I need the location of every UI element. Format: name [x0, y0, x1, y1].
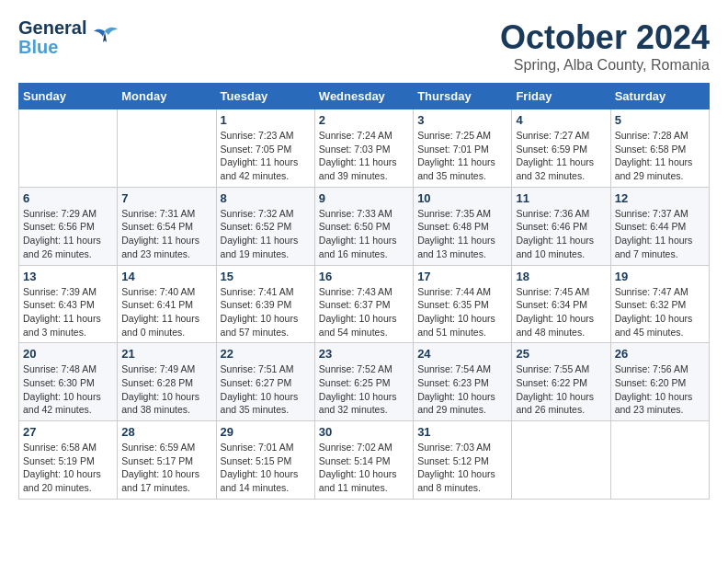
title-area: October 2024 Spring, Alba County, Romani…: [500, 18, 710, 74]
weekday-header-saturday: Saturday: [610, 84, 709, 109]
day-number: 17: [417, 270, 507, 283]
day-info: Sunrise: 7:51 AM Sunset: 6:27 PM Dayligh…: [221, 362, 311, 417]
calendar-cell: 24Sunrise: 7:54 AM Sunset: 6:23 PM Dayli…: [414, 343, 512, 421]
day-info: Sunrise: 7:54 AM Sunset: 6:23 PM Dayligh…: [417, 362, 507, 417]
day-number: 5: [615, 113, 705, 127]
calendar-cell: 8Sunrise: 7:32 AM Sunset: 6:52 PM Daylig…: [216, 187, 314, 265]
day-info: Sunrise: 7:52 AM Sunset: 6:25 PM Dayligh…: [319, 362, 409, 417]
day-number: 19: [615, 270, 705, 283]
weekday-header-row: SundayMondayTuesdayWednesdayThursdayFrid…: [19, 84, 710, 109]
weekday-header-tuesday: Tuesday: [216, 84, 314, 109]
day-number: 23: [319, 347, 409, 361]
day-number: 21: [121, 347, 211, 361]
calendar-week-2: 6Sunrise: 7:29 AM Sunset: 6:56 PM Daylig…: [19, 187, 710, 265]
day-number: 1: [221, 113, 311, 127]
calendar-cell: [118, 109, 216, 188]
location: Spring, Alba County, Romania: [500, 57, 710, 74]
day-number: 18: [516, 270, 606, 283]
day-number: 15: [221, 270, 311, 283]
day-info: Sunrise: 7:56 AM Sunset: 6:20 PM Dayligh…: [615, 362, 705, 417]
calendar-cell: 18Sunrise: 7:45 AM Sunset: 6:34 PM Dayli…: [512, 265, 610, 343]
calendar-cell: 5Sunrise: 7:28 AM Sunset: 6:58 PM Daylig…: [610, 109, 709, 188]
day-info: Sunrise: 7:55 AM Sunset: 6:22 PM Dayligh…: [516, 362, 606, 417]
logo: General Blue: [18, 18, 119, 56]
day-info: Sunrise: 7:32 AM Sunset: 6:52 PM Dayligh…: [221, 207, 311, 261]
day-info: Sunrise: 7:01 AM Sunset: 5:15 PM Dayligh…: [221, 441, 311, 495]
day-info: Sunrise: 7:02 AM Sunset: 5:14 PM Dayligh…: [319, 441, 409, 495]
day-number: 10: [417, 191, 507, 205]
day-info: Sunrise: 7:37 AM Sunset: 6:44 PM Dayligh…: [615, 207, 705, 261]
logo-bird-icon: [90, 24, 119, 53]
calendar-cell: 13Sunrise: 7:39 AM Sunset: 6:43 PM Dayli…: [19, 265, 118, 343]
calendar-cell: 19Sunrise: 7:47 AM Sunset: 6:32 PM Dayli…: [610, 265, 709, 343]
day-info: Sunrise: 7:24 AM Sunset: 7:03 PM Dayligh…: [319, 129, 409, 183]
calendar-week-1: 1Sunrise: 7:23 AM Sunset: 7:05 PM Daylig…: [19, 109, 710, 188]
day-number: 14: [121, 270, 211, 283]
calendar-cell: 17Sunrise: 7:44 AM Sunset: 6:35 PM Dayli…: [414, 265, 512, 343]
calendar-body: 1Sunrise: 7:23 AM Sunset: 7:05 PM Daylig…: [19, 109, 710, 500]
calendar-cell: 29Sunrise: 7:01 AM Sunset: 5:15 PM Dayli…: [216, 421, 314, 500]
calendar-cell: 7Sunrise: 7:31 AM Sunset: 6:54 PM Daylig…: [118, 187, 216, 265]
calendar-cell: 23Sunrise: 7:52 AM Sunset: 6:25 PM Dayli…: [314, 343, 413, 421]
calendar-week-3: 13Sunrise: 7:39 AM Sunset: 6:43 PM Dayli…: [19, 265, 710, 343]
day-info: Sunrise: 7:28 AM Sunset: 6:58 PM Dayligh…: [615, 129, 705, 183]
weekday-header-sunday: Sunday: [19, 84, 118, 109]
day-number: 2: [319, 113, 409, 127]
calendar-cell: 31Sunrise: 7:03 AM Sunset: 5:12 PM Dayli…: [414, 421, 512, 500]
calendar-cell: 6Sunrise: 7:29 AM Sunset: 6:56 PM Daylig…: [19, 187, 118, 265]
day-number: 7: [121, 191, 211, 205]
day-info: Sunrise: 7:45 AM Sunset: 6:34 PM Dayligh…: [516, 285, 606, 339]
day-info: Sunrise: 7:29 AM Sunset: 6:56 PM Dayligh…: [23, 207, 113, 261]
day-info: Sunrise: 7:47 AM Sunset: 6:32 PM Dayligh…: [615, 285, 705, 339]
day-info: Sunrise: 7:35 AM Sunset: 6:48 PM Dayligh…: [417, 207, 507, 261]
calendar-cell: 30Sunrise: 7:02 AM Sunset: 5:14 PM Dayli…: [314, 421, 413, 500]
calendar-week-4: 20Sunrise: 7:48 AM Sunset: 6:30 PM Dayli…: [19, 343, 710, 421]
day-info: Sunrise: 7:41 AM Sunset: 6:39 PM Dayligh…: [221, 285, 311, 339]
day-number: 13: [23, 270, 113, 283]
day-info: Sunrise: 7:31 AM Sunset: 6:54 PM Dayligh…: [121, 207, 211, 261]
calendar-cell: 27Sunrise: 6:58 AM Sunset: 5:19 PM Dayli…: [19, 421, 118, 500]
day-info: Sunrise: 7:44 AM Sunset: 6:35 PM Dayligh…: [417, 285, 507, 339]
day-number: 31: [417, 425, 507, 439]
day-number: 25: [516, 347, 606, 361]
day-info: Sunrise: 7:23 AM Sunset: 7:05 PM Dayligh…: [221, 129, 311, 183]
day-number: 6: [23, 191, 113, 205]
calendar-cell: 15Sunrise: 7:41 AM Sunset: 6:39 PM Dayli…: [216, 265, 314, 343]
logo-line1: General: [18, 18, 86, 37]
month-title: October 2024: [500, 18, 710, 57]
day-number: 27: [23, 425, 113, 439]
day-info: Sunrise: 7:36 AM Sunset: 6:46 PM Dayligh…: [516, 207, 606, 261]
calendar-cell: 14Sunrise: 7:40 AM Sunset: 6:41 PM Dayli…: [118, 265, 216, 343]
calendar-cell: 11Sunrise: 7:36 AM Sunset: 6:46 PM Dayli…: [512, 187, 610, 265]
day-number: 26: [615, 347, 705, 361]
day-info: Sunrise: 7:25 AM Sunset: 7:01 PM Dayligh…: [417, 129, 507, 183]
calendar-cell: 20Sunrise: 7:48 AM Sunset: 6:30 PM Dayli…: [19, 343, 118, 421]
day-number: 28: [121, 425, 211, 439]
day-number: 16: [319, 270, 409, 283]
logo-line2: Blue: [18, 38, 86, 56]
calendar-week-5: 27Sunrise: 6:58 AM Sunset: 5:19 PM Dayli…: [19, 421, 710, 500]
day-number: 22: [221, 347, 311, 361]
day-number: 11: [516, 191, 606, 205]
calendar-cell: [512, 421, 610, 500]
calendar-cell: 26Sunrise: 7:56 AM Sunset: 6:20 PM Dayli…: [610, 343, 709, 421]
calendar-cell: 2Sunrise: 7:24 AM Sunset: 7:03 PM Daylig…: [314, 109, 413, 188]
day-number: 8: [221, 191, 311, 205]
calendar-cell: 10Sunrise: 7:35 AM Sunset: 6:48 PM Dayli…: [414, 187, 512, 265]
calendar-cell: 4Sunrise: 7:27 AM Sunset: 6:59 PM Daylig…: [512, 109, 610, 188]
calendar-cell: 22Sunrise: 7:51 AM Sunset: 6:27 PM Dayli…: [216, 343, 314, 421]
day-info: Sunrise: 7:33 AM Sunset: 6:50 PM Dayligh…: [319, 207, 409, 261]
day-number: 29: [221, 425, 311, 439]
calendar-cell: 28Sunrise: 6:59 AM Sunset: 5:17 PM Dayli…: [118, 421, 216, 500]
day-number: 20: [23, 347, 113, 361]
day-number: 3: [417, 113, 507, 127]
page-header: General Blue October 2024 Spring, Alba C…: [18, 18, 710, 74]
day-info: Sunrise: 6:59 AM Sunset: 5:17 PM Dayligh…: [121, 441, 211, 495]
weekday-header-friday: Friday: [512, 84, 610, 109]
day-number: 9: [319, 191, 409, 205]
calendar-cell: 16Sunrise: 7:43 AM Sunset: 6:37 PM Dayli…: [314, 265, 413, 343]
calendar-cell: 12Sunrise: 7:37 AM Sunset: 6:44 PM Dayli…: [610, 187, 709, 265]
calendar-cell: 1Sunrise: 7:23 AM Sunset: 7:05 PM Daylig…: [216, 109, 314, 188]
calendar-cell: 21Sunrise: 7:49 AM Sunset: 6:28 PM Dayli…: [118, 343, 216, 421]
calendar-cell: [610, 421, 709, 500]
